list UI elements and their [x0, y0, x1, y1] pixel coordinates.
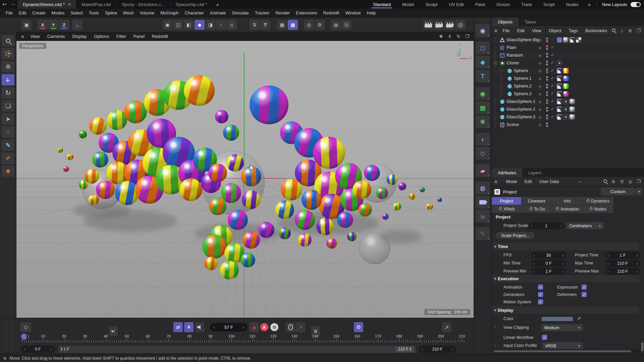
visibility-dots[interactable] — [546, 107, 548, 112]
horizontal-scrollbar[interactable] — [493, 350, 639, 353]
menu-extensions[interactable]: Extensions — [293, 10, 320, 15]
viewport-menu-display[interactable]: Display — [68, 34, 90, 39]
timeline-drag-handle[interactable] — [3, 321, 14, 351]
layout-tab-nodes[interactable]: Nodes — [560, 0, 584, 9]
search-icon[interactable] — [611, 28, 616, 34]
orbit-icon[interactable]: ↻ — [455, 33, 462, 40]
glass-tag-icon[interactable] — [570, 114, 575, 120]
glass-tag-icon[interactable] — [570, 107, 575, 112]
enabled-check-icon[interactable]: ✓ — [551, 107, 555, 111]
menu-modes[interactable]: Modes — [48, 10, 67, 15]
menu-redshift[interactable]: Redshift — [320, 10, 342, 15]
spline-rectangle-icon[interactable]: □ — [476, 42, 490, 54]
phong-tag-icon[interactable] — [557, 83, 562, 89]
layout-tab-uv-edit[interactable]: UV Edit — [443, 0, 470, 9]
filter-icon[interactable]: ≣ — [611, 179, 616, 184]
menu-select[interactable]: Select — [67, 10, 86, 15]
object-manager-tab-objects[interactable]: Objects — [492, 17, 519, 26]
tex-tag-icon[interactable] — [563, 76, 569, 81]
layer-icon[interactable]: ◈ — [538, 107, 542, 112]
grid-tag-icon[interactable] — [557, 37, 562, 43]
effector-icon[interactable]: ◉ — [476, 87, 490, 100]
commander-search-button[interactable] — [2, 35, 14, 46]
back-icon[interactable]: ← — [577, 179, 583, 184]
fcurve-button[interactable]: ↗ — [442, 322, 451, 332]
object-row[interactable]: Sphere.2◈✓ — [492, 82, 644, 90]
up-icon[interactable]: ↑ — [594, 179, 599, 184]
object-name[interactable]: Sphere — [514, 68, 528, 73]
material-icon[interactable]: ✎ — [476, 227, 490, 240]
object-row[interactable]: GlassSphere.2◈✓ — [492, 106, 644, 113]
close-icon[interactable]: × — [68, 2, 71, 7]
expression-checkbox[interactable]: ✓ — [582, 285, 587, 290]
attribute-tab-layers[interactable]: Layers — [522, 168, 547, 177]
popout-icon[interactable]: ❐ — [636, 28, 641, 33]
redo-icon[interactable]: ↪ — [9, 0, 17, 9]
om-menu-object[interactable]: Object — [545, 28, 565, 33]
visibility-dots[interactable] — [546, 53, 548, 58]
object-row[interactable]: Sphere.1◈✓ — [492, 75, 644, 82]
om-menu-edit[interactable]: Edit — [514, 28, 528, 33]
input-color-profile-dropdown[interactable]: sRGB▾ — [542, 342, 583, 349]
annotate-icon[interactable]: Ⓐ — [341, 20, 352, 30]
object-manager-hamburger-icon[interactable]: ≡ — [494, 28, 499, 34]
new-layouts-label[interactable]: New Layouts — [599, 0, 631, 9]
render-view-button[interactable] — [423, 20, 433, 30]
visibility-dots[interactable] — [546, 92, 548, 96]
sketch-tool-button[interactable]: ✐ — [2, 153, 14, 164]
object-name[interactable]: GlassSphere.2 — [506, 107, 535, 112]
phong-tag-icon[interactable] — [557, 68, 562, 73]
layer-icon[interactable]: ◈ — [538, 83, 542, 89]
object-name[interactable]: GlassSphere.3 — [506, 114, 535, 119]
preset-dropdown[interactable]: Custom — [601, 188, 635, 195]
menu-simulate[interactable]: Simulate — [229, 10, 252, 15]
menu-animate[interactable]: Animate — [207, 10, 229, 15]
render-lens-button[interactable]: ◎ — [455, 20, 466, 30]
om-menu-tags[interactable]: Tags — [565, 28, 582, 33]
attr-menu-mode[interactable]: Mode — [502, 179, 521, 184]
viewport-menu-filter[interactable]: Filter — [113, 34, 130, 39]
layout-tab-script[interactable]: Script — [538, 0, 560, 9]
attr-menu-user-data[interactable]: User Data — [536, 179, 563, 184]
attr-tab-project[interactable]: Project — [492, 197, 521, 205]
doc-tab[interactable]: Spaceship.c4d * — [170, 0, 213, 9]
layer-icon[interactable]: ◈ — [538, 122, 542, 127]
home-icon[interactable]: ⌂ — [619, 28, 625, 33]
tex-tag-icon[interactable] — [563, 91, 569, 97]
menu-create[interactable]: Create — [29, 10, 48, 15]
object-name[interactable]: GlassSphere Big — [506, 37, 539, 42]
render-sphere-icon[interactable]: ◍ — [331, 20, 341, 30]
attr-tab-to-do[interactable]: To Do — [523, 205, 552, 213]
viewport-menu-cameras[interactable]: Cameras — [44, 34, 69, 39]
start-frame-field[interactable]: ‹0 F› — [21, 346, 55, 353]
dyn-tag-icon[interactable] — [563, 99, 569, 104]
visibility-dots[interactable] — [546, 84, 548, 88]
menu-volume[interactable]: Volume — [137, 10, 157, 15]
object-row[interactable]: GlassSphere.3◈✓ — [492, 113, 644, 121]
axis-mode-icon[interactable]: ↑ — [216, 20, 226, 30]
layer-icon[interactable]: ◈ — [538, 99, 542, 104]
object-name[interactable]: Cloner — [506, 60, 519, 65]
dyn-tag-icon[interactable] — [563, 114, 569, 120]
display-color-swatch[interactable] — [541, 316, 573, 321]
dyn-tag-icon[interactable] — [563, 107, 569, 112]
layout-tab-sculpt[interactable]: Sculpt — [420, 0, 443, 9]
eyedropper-icon[interactable]: ✎ — [577, 316, 581, 321]
spline-pen-button[interactable]: ✎ — [2, 139, 14, 151]
render-settings-button[interactable]: ⚙ — [445, 20, 455, 30]
preview-max-chip[interactable]: 210 F ‖ — [395, 346, 414, 352]
phong-tag-icon[interactable] — [557, 114, 562, 120]
viewport-menu-panel[interactable]: Panel — [130, 34, 148, 39]
object-name[interactable]: GlassSphere.1 — [506, 99, 535, 104]
workplane-grid-icon[interactable]: ▦ — [277, 20, 287, 30]
attr-tab-dynamics[interactable]: Dynamics — [583, 197, 613, 205]
add-keyframe-button[interactable]: ◇ — [20, 322, 32, 332]
project-scale-field[interactable]: ‹1› — [529, 222, 564, 229]
end-frame-field[interactable]: ‹210 F› — [419, 346, 456, 353]
visibility-dots[interactable] — [546, 45, 548, 50]
menu-tools[interactable]: Tools — [86, 10, 102, 15]
profile-expand-icon[interactable]: › — [494, 343, 496, 347]
menu-character[interactable]: Character — [181, 10, 207, 15]
layout-tab-paint[interactable]: Paint — [470, 0, 491, 9]
menu-file[interactable]: File — [3, 10, 16, 15]
